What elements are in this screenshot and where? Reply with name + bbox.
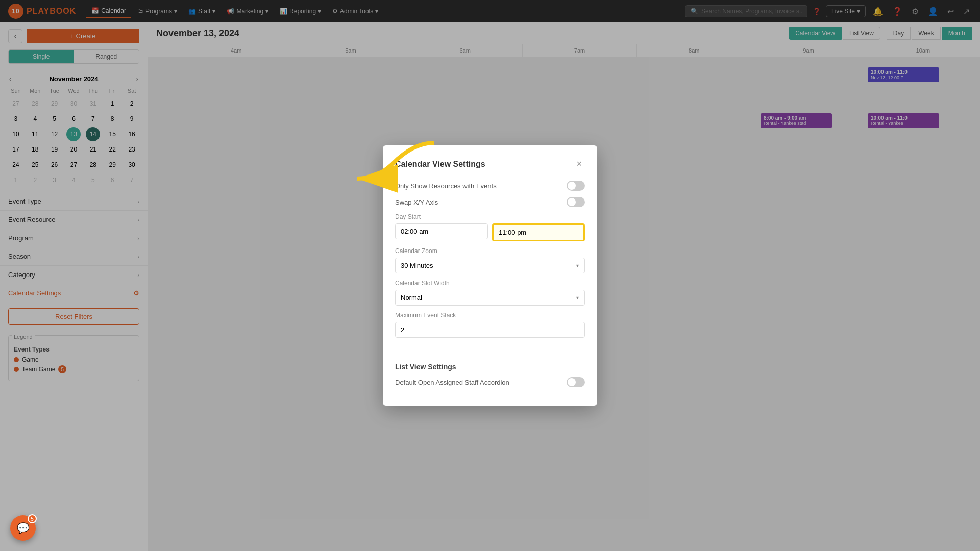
swap-xy-toggle[interactable] <box>567 197 585 207</box>
day-time-inputs <box>395 223 585 241</box>
day-end-input[interactable] <box>492 223 585 241</box>
calendar-zoom-select-wrapper: 30 Minutes 15 Minutes 60 Minutes <box>395 258 585 273</box>
default-open-staff-toggle[interactable] <box>567 377 585 387</box>
only-show-resources-toggle[interactable] <box>567 181 585 191</box>
list-view-settings-title: List View Settings <box>395 363 585 371</box>
chat-badge: 5 <box>28 514 37 523</box>
day-start-label: Day Start <box>395 213 585 220</box>
max-event-stack-label: Maximum Event Stack <box>395 312 585 319</box>
chat-icon: 💬 <box>17 522 30 534</box>
calendar-zoom-group: Calendar Zoom 30 Minutes 15 Minutes 60 M… <box>395 247 585 273</box>
calendar-zoom-label: Calendar Zoom <box>395 247 585 255</box>
swap-xy-label: Swap X/Y Axis <box>395 198 438 206</box>
day-start-input[interactable] <box>395 223 488 239</box>
swap-xy-row: Swap X/Y Axis <box>395 197 585 207</box>
max-event-stack-input[interactable] <box>395 322 585 338</box>
calendar-zoom-select[interactable]: 30 Minutes 15 Minutes 60 Minutes <box>395 258 585 273</box>
only-show-resources-row: Only Show Resources with Events <box>395 181 585 191</box>
only-show-resources-label: Only Show Resources with Events <box>395 182 497 190</box>
chat-widget[interactable]: 💬 5 <box>10 515 36 541</box>
calendar-slot-width-select-wrapper: Normal Narrow Wide <box>395 290 585 306</box>
calendar-settings-modal: Calendar View Settings × Only Show Resou… <box>383 145 597 406</box>
default-open-staff-label: Default Open Assigned Staff Accordion <box>395 379 509 386</box>
modal-header: Calendar View Settings × <box>395 158 585 170</box>
modal-title: Calendar View Settings <box>395 160 485 169</box>
calendar-slot-width-group: Calendar Slot Width Normal Narrow Wide <box>395 280 585 306</box>
max-event-stack-group: Maximum Event Stack <box>395 312 585 338</box>
calendar-slot-width-label: Calendar Slot Width <box>395 280 585 287</box>
list-view-settings-section: List View Settings Default Open Assigned… <box>395 346 585 387</box>
default-open-staff-row: Default Open Assigned Staff Accordion <box>395 377 585 387</box>
modal-close-button[interactable]: × <box>573 158 585 170</box>
calendar-slot-width-select[interactable]: Normal Narrow Wide <box>395 290 585 306</box>
day-start-group: Day Start <box>395 213 585 241</box>
